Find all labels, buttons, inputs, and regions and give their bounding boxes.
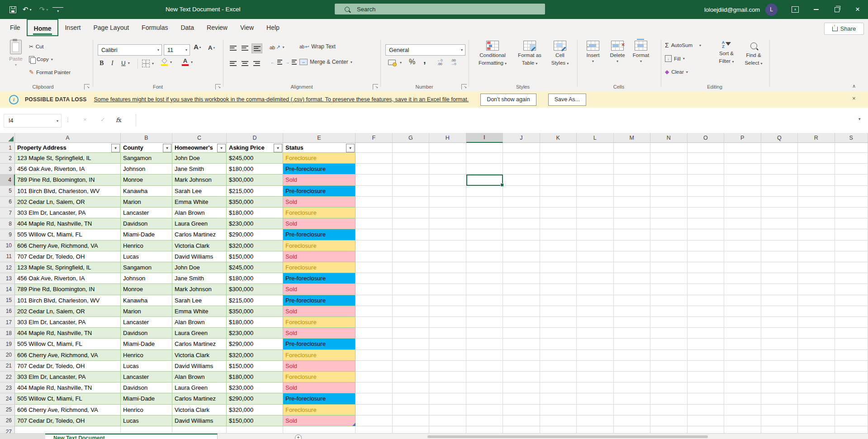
cell-K24[interactable] <box>540 393 577 404</box>
cell-D25[interactable]: $320,000 <box>227 405 283 415</box>
cell-P12[interactable] <box>724 262 761 273</box>
customize-quick-access-button[interactable]: ▾ <box>52 7 63 13</box>
cell-M9[interactable] <box>614 229 651 240</box>
cell-G5[interactable] <box>393 186 430 197</box>
align-middle-button[interactable] <box>240 43 250 52</box>
cell-E14[interactable]: Sold <box>283 284 356 295</box>
cell-I8[interactable] <box>466 218 503 229</box>
cell-E1[interactable]: Status▾ <box>283 143 356 153</box>
cell-G20[interactable] <box>393 350 430 361</box>
cell-E6[interactable]: Sold <box>283 197 356 208</box>
cell-S19[interactable] <box>835 339 868 349</box>
cell-L9[interactable] <box>577 229 614 240</box>
cell-M15[interactable] <box>614 295 651 306</box>
cell-O7[interactable] <box>688 208 725 218</box>
cell-I2[interactable] <box>466 153 503 164</box>
cell-I21[interactable] <box>466 361 503 372</box>
cell-H17[interactable] <box>429 317 466 328</box>
cell-L5[interactable] <box>577 186 614 197</box>
cell-O18[interactable] <box>688 328 725 339</box>
cell-O2[interactable] <box>688 153 725 164</box>
redo-button[interactable]: ↷▾ <box>36 0 53 19</box>
cell-Q14[interactable] <box>761 284 798 295</box>
cell-B1[interactable]: County▾ <box>121 143 172 153</box>
cell-P2[interactable] <box>724 153 761 164</box>
save-as-button[interactable]: Save As... <box>548 94 586 106</box>
cell-B5[interactable]: Kanawha <box>121 186 172 197</box>
cell-N25[interactable] <box>650 405 688 415</box>
cell-K25[interactable] <box>540 405 577 415</box>
cell-R13[interactable] <box>798 273 835 284</box>
cell-A9[interactable]: 505 Willow Ct, Miami, FL <box>15 229 121 240</box>
align-bottom-button[interactable] <box>251 43 262 53</box>
cell-C6[interactable]: Emma White <box>172 197 227 208</box>
column-header-P[interactable]: P <box>724 133 761 143</box>
cell-Q22[interactable] <box>761 372 798 382</box>
cell-G11[interactable] <box>393 251 430 262</box>
cell-D13[interactable]: $180,000 <box>227 273 283 284</box>
cell-K5[interactable] <box>540 186 577 197</box>
cell-Q5[interactable] <box>761 186 798 197</box>
cell-Q9[interactable] <box>761 229 798 240</box>
font-dialog-launcher[interactable]: ↘ <box>215 84 221 90</box>
row-header-19[interactable]: 19 <box>0 339 15 349</box>
cell-G10[interactable] <box>393 241 430 251</box>
cell-N15[interactable] <box>650 295 688 306</box>
cell-I5[interactable] <box>466 186 503 197</box>
cell-R5[interactable] <box>798 186 835 197</box>
cell-S18[interactable] <box>835 328 868 339</box>
cell-L1[interactable] <box>577 143 614 153</box>
cell-Q23[interactable] <box>761 382 798 393</box>
cell-F24[interactable] <box>356 393 393 404</box>
cell-I23[interactable] <box>466 382 503 393</box>
cell-J20[interactable] <box>503 350 540 361</box>
row-header-10[interactable]: 10 <box>0 241 15 251</box>
horizontal-scrollbar-thumb[interactable] <box>427 435 708 438</box>
cell-E11[interactable]: Sold <box>283 251 356 262</box>
row-header-23[interactable]: 23 <box>0 382 15 393</box>
cell-C24[interactable]: Carlos Martinez <box>172 393 227 404</box>
row-header-1[interactable]: 1 <box>0 143 15 153</box>
font-color-button[interactable]: A▾ <box>182 58 193 66</box>
cell-J17[interactable] <box>503 317 540 328</box>
cell-L20[interactable] <box>577 350 614 361</box>
cell-G7[interactable] <box>393 208 430 218</box>
cell-E23[interactable]: Sold <box>283 382 356 393</box>
cell-M7[interactable] <box>614 208 651 218</box>
cell-L26[interactable] <box>577 415 614 426</box>
cell-Q21[interactable] <box>761 361 798 372</box>
cell-G1[interactable] <box>393 143 430 153</box>
cell-H16[interactable] <box>429 306 466 317</box>
cell-L12[interactable] <box>577 262 614 273</box>
cell-J26[interactable] <box>503 415 540 426</box>
cell-B14[interactable]: Monroe <box>121 284 172 295</box>
cell-F14[interactable] <box>356 284 393 295</box>
row-header-6[interactable]: 6 <box>0 197 15 208</box>
row-header-7[interactable]: 7 <box>0 208 15 218</box>
column-header-D[interactable]: D <box>227 133 283 143</box>
cell-R7[interactable] <box>798 208 835 218</box>
cell-I22[interactable] <box>466 372 503 382</box>
cell-H1[interactable] <box>429 143 466 153</box>
cell-Q18[interactable] <box>761 328 798 339</box>
cell-J7[interactable] <box>503 208 540 218</box>
cell-F22[interactable] <box>356 372 393 382</box>
column-header-G[interactable]: G <box>393 133 430 143</box>
cell-E21[interactable]: Sold <box>283 361 356 372</box>
cell-J14[interactable] <box>503 284 540 295</box>
cell-O21[interactable] <box>688 361 725 372</box>
cell-P9[interactable] <box>724 229 761 240</box>
cell-O10[interactable] <box>688 241 725 251</box>
column-header-O[interactable]: O <box>688 133 725 143</box>
filter-button-E[interactable]: ▾ <box>346 144 355 152</box>
cell-H22[interactable] <box>429 372 466 382</box>
shrink-font-button[interactable]: A▾ <box>208 45 215 50</box>
filter-button-A[interactable]: ▾ <box>111 144 120 152</box>
cell-M12[interactable] <box>614 262 651 273</box>
cell-Q20[interactable] <box>761 350 798 361</box>
cell-A26[interactable]: 707 Cedar Dr, Toledo, OH <box>15 415 121 426</box>
chevron-down-icon[interactable]: ▾ <box>57 119 61 123</box>
cell-D22[interactable]: $180,000 <box>227 372 283 382</box>
cell-P25[interactable] <box>724 405 761 415</box>
cell-N9[interactable] <box>650 229 688 240</box>
